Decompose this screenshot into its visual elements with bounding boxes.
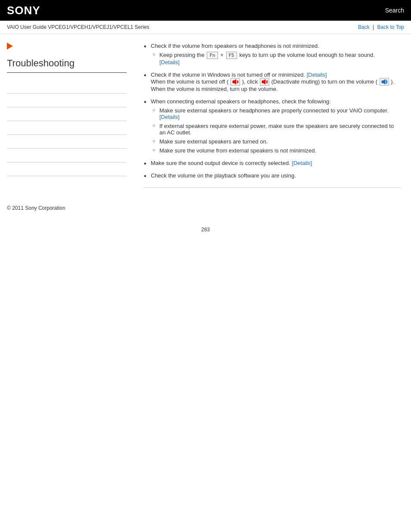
details-link-2[interactable]: [Details] bbox=[307, 72, 327, 78]
list-item: When connecting external speakers or hea… bbox=[144, 98, 401, 154]
header: SONY Search bbox=[0, 0, 411, 21]
details-link-1[interactable]: [Details] bbox=[159, 59, 180, 65]
copyright-text: © 2011 Sony Corporation bbox=[7, 205, 65, 211]
speaker-muted-icon bbox=[230, 78, 240, 86]
speaker-click-icon bbox=[260, 78, 269, 86]
main-container: Troubleshooting Check if the volume from… bbox=[0, 34, 411, 196]
sub-list: Make sure external speakers or headphone… bbox=[151, 107, 401, 154]
sidebar-link[interactable] bbox=[7, 111, 8, 117]
list-item bbox=[7, 162, 127, 176]
guide-title: VAIO User Guide VPCEG1/VPCEH1/VPCEJ1/VPC… bbox=[7, 24, 149, 30]
sub-list-item: Keep pressing the Fn + F5 keys to turn u… bbox=[153, 52, 401, 65]
bullet3-sub1: Make sure external speakers or headphone… bbox=[159, 107, 389, 114]
sub-list: Keep pressing the Fn + F5 keys to turn u… bbox=[151, 52, 401, 65]
back-link[interactable]: Back bbox=[358, 24, 370, 30]
search-button[interactable]: Search bbox=[385, 7, 404, 14]
bullet1-text: Check if the volume from speakers or hea… bbox=[151, 43, 319, 49]
sidebar-link[interactable] bbox=[7, 139, 8, 145]
sidebar-title: Troubleshooting bbox=[7, 58, 127, 73]
bullet3-sub3: Make sure external speakers are turned o… bbox=[159, 138, 268, 145]
back-to-top-link[interactable]: Back to Top bbox=[377, 24, 405, 30]
bullet4-text: Make sure the sound output device is cor… bbox=[151, 160, 290, 166]
bullet2-line2: When the volume is turned off ( ), click bbox=[151, 78, 394, 93]
plus-sign: + bbox=[220, 52, 225, 58]
list-item bbox=[7, 121, 127, 135]
main-content: Check if the volume from speakers or hea… bbox=[134, 34, 411, 196]
bullet3-text: When connecting external speakers or hea… bbox=[151, 98, 331, 105]
sub-list-item: If external speakers require external po… bbox=[153, 123, 401, 136]
content-divider bbox=[144, 187, 401, 188]
fn-key: Fn bbox=[207, 52, 218, 59]
sidebar-link[interactable] bbox=[7, 97, 8, 103]
list-item bbox=[7, 80, 127, 93]
speaker-on-icon bbox=[380, 78, 389, 86]
page-number: 283 bbox=[0, 220, 411, 240]
list-item: Check if the volume in Windows is not tu… bbox=[144, 72, 401, 92]
list-item bbox=[7, 149, 127, 162]
sidebar-link[interactable] bbox=[7, 152, 8, 159]
bullet2-text: Check if the volume in Windows is not tu… bbox=[151, 72, 307, 78]
list-item: Check the volume on the playback softwar… bbox=[144, 172, 401, 179]
list-item bbox=[7, 107, 127, 121]
breadcrumb-nav: Back | Back to Top bbox=[358, 24, 404, 30]
svg-marker-3 bbox=[262, 79, 265, 84]
sony-logo: SONY bbox=[7, 4, 40, 17]
bullet5-text: Check the volume on the playback softwar… bbox=[151, 172, 296, 179]
sub-list-item: Make sure external speakers or headphone… bbox=[153, 107, 401, 120]
list-item bbox=[7, 135, 127, 149]
sidebar-link[interactable] bbox=[7, 84, 8, 90]
bullet3-sub4: Make sure the volume from external speak… bbox=[159, 147, 316, 154]
sidebar-link[interactable] bbox=[7, 125, 8, 131]
details-link-3[interactable]: [Details] bbox=[159, 114, 180, 120]
breadcrumb-separator: | bbox=[373, 24, 374, 30]
content-list: Check if the volume from speakers or hea… bbox=[144, 43, 401, 179]
sub1-rest: keys to turn up the volume loud enough t… bbox=[239, 52, 374, 58]
breadcrumb-bar: VAIO User Guide VPCEG1/VPCEH1/VPCEJ1/VPC… bbox=[0, 21, 411, 34]
list-item bbox=[7, 93, 127, 107]
svg-marker-0 bbox=[233, 79, 236, 84]
sidebar-links bbox=[7, 80, 127, 176]
svg-marker-6 bbox=[382, 79, 385, 84]
sub-list-item: Make sure the volume from external speak… bbox=[153, 147, 401, 154]
sub1-text: Keep pressing the bbox=[159, 52, 206, 58]
sidebar: Troubleshooting bbox=[0, 34, 134, 196]
bullet3-sub2: If external speakers require external po… bbox=[159, 123, 394, 136]
chevron-right-icon bbox=[7, 43, 13, 50]
footer: © 2011 Sony Corporation bbox=[0, 196, 411, 220]
sidebar-link[interactable] bbox=[7, 166, 8, 172]
list-item: Check if the volume from speakers or hea… bbox=[144, 43, 401, 65]
details-link-4[interactable]: [Details] bbox=[292, 160, 312, 166]
sub-list-item: Make sure external speakers are turned o… bbox=[153, 138, 401, 145]
f5-key: F5 bbox=[226, 52, 237, 59]
list-item: Make sure the sound output device is cor… bbox=[144, 160, 401, 166]
